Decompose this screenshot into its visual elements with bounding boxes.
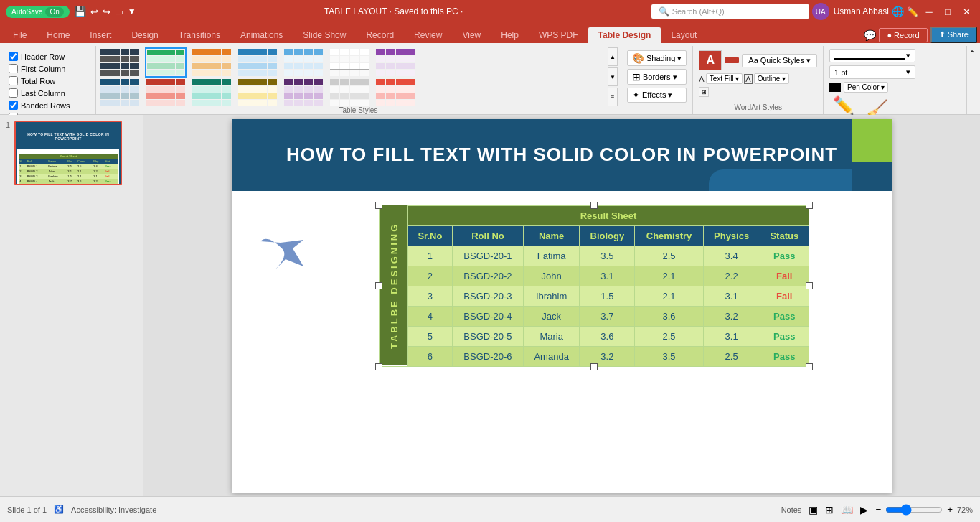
slideshow-button[interactable]: ▶ (860, 504, 868, 516)
text-color-swatch (725, 57, 739, 63)
ribbon-collapse-button[interactable]: ⌃ (969, 49, 976, 59)
table-style-item-13[interactable] (329, 78, 370, 108)
wordart-buttons: Aa Quick Styles ▾ (742, 54, 817, 67)
tab-file[interactable]: File (3, 27, 37, 43)
tab-wps[interactable]: WPS PDF (529, 27, 588, 43)
table-style-item-8[interactable] (99, 78, 141, 108)
customize-icon[interactable]: ▼ (128, 6, 136, 17)
pen-color-button[interactable]: Pen Color ▾ (844, 82, 888, 93)
text-outline-button[interactable]: Outline ▾ (754, 73, 789, 84)
search-icon: 🔍 (659, 6, 669, 17)
tab-view[interactable]: View (452, 27, 491, 43)
total-row-checkbox[interactable]: Total Row (9, 76, 81, 85)
tab-insert[interactable]: Insert (80, 27, 121, 43)
tab-slideshow[interactable]: Slide Show (293, 27, 356, 43)
tab-table-design[interactable]: Table Design (588, 27, 661, 43)
globe-icon[interactable]: 🌐 (892, 6, 904, 17)
normal-view-button[interactable]: ▣ (809, 504, 818, 516)
last-column-checkbox[interactable]: Last Column (9, 88, 81, 98)
table-style-item-3[interactable] (191, 47, 232, 78)
table-style-item-7[interactable] (374, 47, 416, 78)
shading-button[interactable]: 🎨 Shading ▾ (627, 50, 687, 66)
zoom-in-button[interactable]: + (947, 504, 953, 515)
table-style-item-4[interactable] (237, 47, 278, 78)
expand-styles-button[interactable]: ≡ (608, 88, 618, 106)
col-biology: Biology (580, 225, 635, 246)
quick-styles-button[interactable]: Aa Quick Styles ▾ (742, 54, 817, 67)
green-accent-rect (852, 119, 892, 162)
zoom-slider[interactable] (885, 504, 943, 516)
slide-sorter-button[interactable]: ⊞ (825, 504, 834, 516)
record-button[interactable]: ● Record (879, 28, 927, 42)
handle-bottom-middle[interactable] (590, 363, 598, 370)
slide-thumbnail[interactable]: HOW TO FILL TEXT WITH SOLID COLOR IN POW… (14, 121, 122, 185)
banded-rows-checkbox[interactable]: Banded Rows (9, 101, 81, 110)
undo-icon[interactable]: ↩ (90, 6, 98, 17)
borders-button[interactable]: ⊞ Borders ▾ (627, 69, 687, 85)
handle-middle-left[interactable] (375, 282, 382, 289)
tab-review[interactable]: Review (404, 27, 452, 43)
col-chemistry: Chemistry (635, 225, 703, 246)
handle-top-left[interactable] (375, 202, 382, 209)
present-icon[interactable]: ▭ (115, 6, 123, 17)
status-bar: Slide 1 of 1 ♿ Accessibility: Investigat… (0, 496, 980, 522)
pen-icon[interactable]: ✏️ (907, 6, 918, 17)
table-style-item-2[interactable] (145, 47, 187, 78)
slide-body: TABLBE DESIGNING Result Sheet Sr.No Roll… (232, 191, 892, 381)
text-fill-button[interactable]: Text Fill ▾ (706, 73, 743, 84)
arrow-shape (253, 227, 311, 286)
tab-record[interactable]: Record (356, 27, 404, 43)
close-button[interactable]: ✕ (958, 4, 974, 19)
quick-styles-icon: Aa (748, 56, 758, 65)
reading-view-button[interactable]: 📖 (841, 504, 853, 516)
line-weight-dropdown[interactable]: 1 pt ▾ (829, 65, 915, 79)
ribbon: Header Row First Column Total Row Last C… (0, 43, 980, 115)
tab-help[interactable]: Help (491, 27, 529, 43)
table-style-item-1[interactable] (99, 47, 141, 78)
share-button[interactable]: ⬆ Share (930, 27, 977, 43)
table-style-item-12[interactable] (283, 78, 324, 108)
line-style-dropdown[interactable]: ▾ (829, 49, 915, 62)
table-style-item-11[interactable] (237, 78, 278, 108)
table-style-item-6[interactable] (329, 47, 370, 78)
minimize-button[interactable]: ─ (921, 4, 937, 19)
table-style-item-9[interactable] (145, 78, 187, 108)
handle-bottom-right[interactable] (806, 363, 813, 370)
table-style-item-10[interactable] (191, 78, 232, 108)
scroll-up-button[interactable]: ▲ (608, 47, 618, 66)
expand-wordart-button[interactable]: ⊞ (699, 87, 709, 97)
maximize-button[interactable]: □ (940, 4, 956, 19)
first-column-checkbox[interactable]: First Column (9, 64, 81, 73)
title-bar: AutoSave On 💾 ↩ ↪ ▭ ▼ TABLE LAYOUT · Sav… (0, 0, 980, 23)
zoom-out-button[interactable]: − (875, 504, 881, 515)
table-row: 4 BSGD-20-4 Jack 3.7 3.6 3.2 Pass (380, 306, 809, 326)
search-bar[interactable]: 🔍 Search (Alt+Q) (651, 4, 809, 19)
handle-top-right[interactable] (806, 202, 813, 209)
handle-top-middle[interactable] (590, 202, 598, 209)
handle-middle-right[interactable] (806, 282, 813, 289)
title-bar-left: AutoSave On 💾 ↩ ↪ ▭ ▼ (6, 6, 136, 18)
tab-layout[interactable]: Layout (661, 27, 707, 43)
table-style-item-14[interactable] (374, 78, 416, 108)
effects-button[interactable]: ✦ Effects ▾ (627, 88, 687, 103)
scroll-down-button[interactable]: ▼ (608, 67, 618, 86)
table-style-item-5[interactable] (283, 47, 324, 78)
table-wrapper[interactable]: TABLBE DESIGNING Result Sheet Sr.No Roll… (379, 205, 809, 367)
slide-count: Slide 1 of 1 (7, 505, 47, 514)
header-row-checkbox[interactable]: Header Row (9, 52, 81, 61)
tab-home[interactable]: Home (37, 27, 80, 43)
notes-button[interactable]: Notes (781, 505, 802, 514)
save-icon[interactable]: 💾 (74, 6, 86, 17)
handle-bottom-left[interactable] (375, 363, 382, 370)
quick-styles-preview: A (699, 50, 722, 70)
title-bar-right: 🔍 Search (Alt+Q) UA Usman Abbasi 🌐 ✏️ ─ … (651, 3, 974, 20)
tab-design[interactable]: Design (121, 27, 168, 43)
redo-icon[interactable]: ↪ (103, 6, 110, 17)
ribbon-section-draw-borders: ▾ 1 pt ▾ Pen Color ▾ ✏️ Draw Table 🧹 (824, 46, 967, 114)
autosave-toggle[interactable]: AutoSave On (6, 6, 70, 18)
text-fill-icon: A (699, 75, 704, 83)
tab-transitions[interactable]: Transitions (169, 27, 230, 43)
tab-animations[interactable]: Animations (230, 27, 293, 43)
collapse-icon[interactable]: 💬 (864, 29, 876, 41)
accessibility-icon: ♿ (54, 505, 64, 514)
